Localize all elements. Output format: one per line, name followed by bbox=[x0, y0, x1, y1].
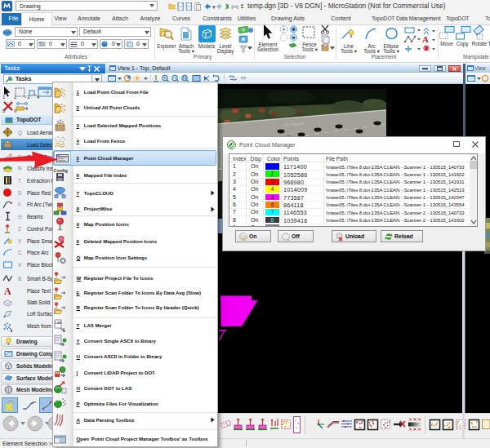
svg-text:1: 1 bbox=[2, 95, 6, 100]
svg-text:2: 2 bbox=[14, 95, 17, 100]
svg-text:A: A bbox=[422, 34, 429, 44]
svg-text:A: A bbox=[4, 286, 11, 297]
svg-text:LAS: LAS bbox=[56, 321, 62, 325]
